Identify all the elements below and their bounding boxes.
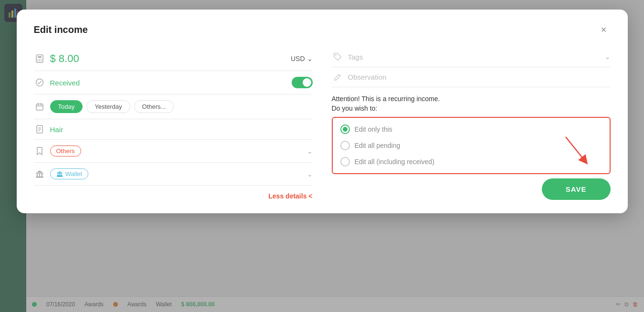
calendar-icon [34, 103, 45, 111]
svg-rect-27 [57, 173, 63, 174]
svg-rect-22 [36, 173, 43, 174]
wallet-row: Wallet ⌄ [34, 163, 313, 186]
received-toggle[interactable] [292, 77, 313, 88]
svg-rect-4 [36, 55, 43, 62]
received-label: Received [50, 79, 287, 87]
currency-label: USD [291, 55, 305, 62]
bank-icon [34, 170, 45, 178]
svg-rect-23 [37, 174, 38, 177]
svg-rect-26 [57, 175, 63, 177]
radio-label-2: Edit all pending [355, 142, 401, 149]
radio-label-3: Edit all (including received) [355, 158, 434, 166]
do-you-wish: Do you wish to: [332, 104, 611, 112]
date-buttons: Today Yesterday Others... [50, 100, 313, 113]
svg-rect-28 [58, 174, 59, 175]
close-button[interactable]: × [597, 23, 611, 36]
modal-right: Tags ⌄ Observation Attention! This is a … [332, 47, 611, 200]
svg-rect-24 [39, 174, 40, 177]
svg-rect-21 [36, 177, 43, 178]
svg-rect-25 [42, 174, 42, 177]
tags-placeholder: Tags [348, 53, 600, 61]
document-icon [34, 125, 45, 134]
svg-point-9 [37, 61, 38, 62]
date-btn-others[interactable]: Others... [134, 100, 174, 113]
date-btn-yesterday[interactable]: Yesterday [86, 100, 130, 113]
svg-rect-30 [61, 174, 62, 175]
svg-rect-13 [36, 104, 43, 110]
wallet-badge[interactable]: Wallet [50, 168, 89, 179]
obs-field-row: Observation [332, 67, 611, 87]
tag-dropdown-arrow[interactable]: ⌄ [307, 147, 313, 155]
category-row: Hair [34, 119, 313, 140]
svg-point-10 [39, 61, 40, 62]
amount-input[interactable] [50, 52, 286, 65]
received-row: Received [34, 71, 313, 94]
attention-title: Attention! This is a recurring income. [332, 95, 611, 103]
edit-income-modal: Edit income × [17, 10, 628, 213]
modal-left: USD ⌄ Received [34, 47, 313, 200]
tags-field-row: Tags ⌄ [332, 47, 611, 67]
tags-dropdown-arrow[interactable]: ⌄ [605, 53, 611, 61]
svg-point-31 [335, 54, 337, 56]
bookmark-icon [34, 147, 45, 156]
radio-circle-3 [340, 157, 350, 166]
modal-header: Edit income × [34, 23, 611, 36]
svg-rect-29 [59, 174, 60, 175]
category-value: Hair [50, 125, 313, 134]
modal-title: Edit income [34, 24, 88, 35]
calculator-icon [34, 54, 45, 63]
modal-body: USD ⌄ Received [34, 47, 611, 200]
arrow-annotation [561, 132, 599, 170]
tag-others-badge[interactable]: Others [50, 146, 81, 156]
wallet-label: Wallet [65, 170, 83, 177]
less-details-btn[interactable]: Less details < [34, 186, 313, 200]
check-icon [34, 78, 45, 87]
tag-row: Others ⌄ [34, 140, 313, 163]
svg-point-11 [41, 61, 42, 62]
currency-selector[interactable]: USD ⌄ [291, 55, 313, 62]
amount-row: USD ⌄ [34, 47, 313, 71]
svg-point-6 [37, 59, 38, 60]
radio-label-1: Edit only this [355, 125, 392, 133]
obs-placeholder: Observation [348, 73, 611, 81]
wallet-dropdown-arrow[interactable]: ⌄ [307, 170, 313, 178]
svg-point-7 [39, 59, 40, 60]
date-btn-today[interactable]: Today [50, 100, 83, 113]
date-row: Today Yesterday Others... [34, 94, 313, 119]
modal-overlay: Edit income × [0, 0, 644, 312]
radio-circle-2 [340, 141, 350, 150]
currency-chevron: ⌄ [307, 55, 313, 62]
radio-circle-1 [340, 125, 350, 134]
save-button[interactable]: SAVE [542, 178, 611, 200]
pencil-icon [332, 73, 343, 81]
tag-icon [332, 52, 343, 61]
svg-rect-5 [38, 56, 42, 58]
svg-point-8 [41, 59, 42, 60]
